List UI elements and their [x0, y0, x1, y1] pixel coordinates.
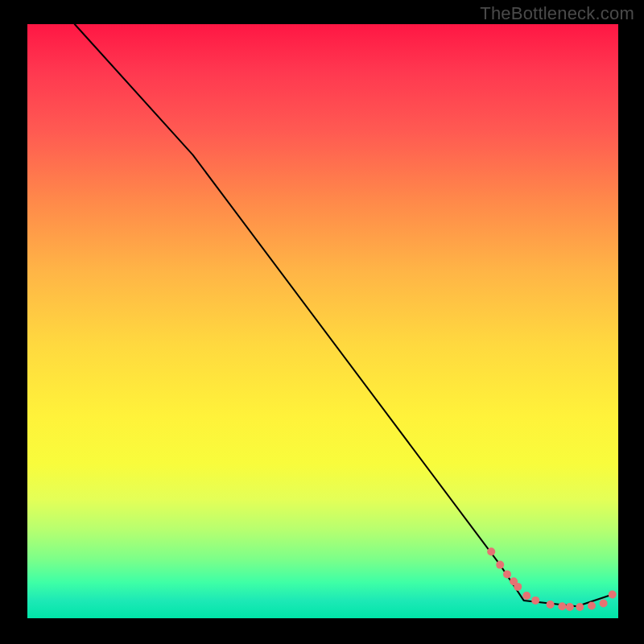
chart-plot-area [27, 24, 618, 618]
watermark-text: TheBottleneck.com [480, 3, 634, 24]
